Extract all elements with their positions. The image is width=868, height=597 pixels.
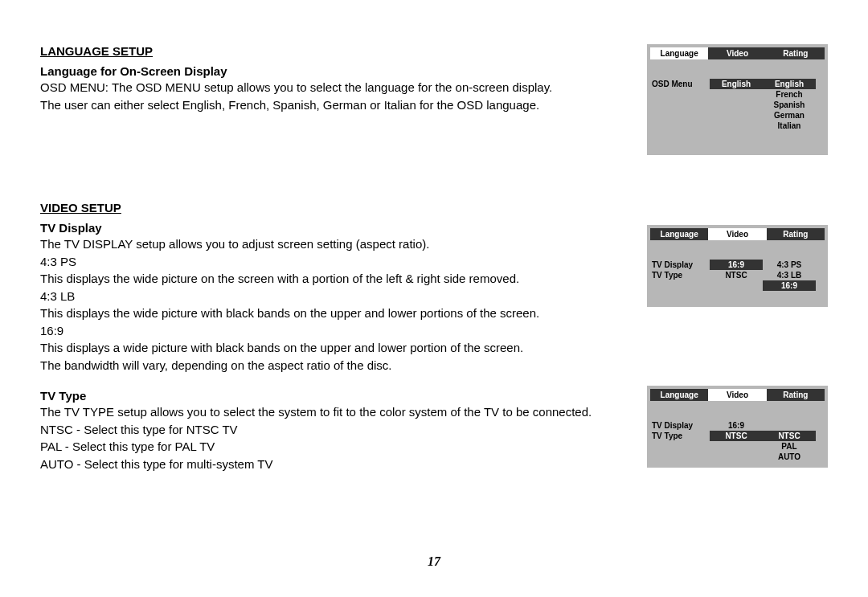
osd-tab-language[interactable]: Language xyxy=(650,228,708,240)
osd-option[interactable]: German xyxy=(763,110,816,121)
osd-option[interactable]: 4:3 PS xyxy=(763,260,816,270)
osd-option[interactable]: AUTO xyxy=(763,452,816,462)
body-text: 16:9 xyxy=(40,323,635,339)
osd-option[interactable]: 4:3 LB xyxy=(763,270,816,280)
body-text: The TV DISPLAY setup allows you to adjus… xyxy=(40,236,635,252)
subtitle-tv-type: TV Type xyxy=(40,389,635,403)
page-number: 17 xyxy=(0,554,868,569)
osd-tab-rating[interactable]: Rating xyxy=(767,47,825,59)
osd-option[interactable]: 16:9 xyxy=(763,280,816,291)
osd-option[interactable]: Italian xyxy=(763,121,816,131)
subtitle-osd-language: Language for On-Screen Display xyxy=(40,64,635,78)
subtitle-tv-display: TV Display xyxy=(40,221,635,235)
osd-item-label: TV Type xyxy=(652,431,710,441)
osd-panel-tv-display: Language Video Rating TV Display 16:9 4:… xyxy=(647,225,828,307)
body-text: OSD MENU: The OSD MENU setup allows you … xyxy=(40,80,635,96)
osd-option[interactable]: NTSC xyxy=(763,431,816,441)
body-text: 4:3 LB xyxy=(40,288,635,305)
osd-panel-tv-type: Language Video Rating TV Display 16:9 TV… xyxy=(647,386,828,468)
osd-item-label: TV Display xyxy=(652,420,710,431)
osd-panel-language: Language Video Rating OSD Menu English E… xyxy=(647,44,828,155)
osd-option[interactable]: French xyxy=(763,89,816,100)
osd-tab-rating[interactable]: Rating xyxy=(767,228,825,240)
osd-item-label: TV Display xyxy=(652,260,710,270)
body-text: 4:3 PS xyxy=(40,254,635,270)
osd-tab-video[interactable]: Video xyxy=(708,389,766,401)
osd-tab-language[interactable]: Language xyxy=(650,47,708,59)
body-text: The TV TYPE setup allows you to select t… xyxy=(40,404,635,420)
body-text: This displays a wide picture with black … xyxy=(40,340,635,356)
osd-tab-language[interactable]: Language xyxy=(650,389,708,401)
osd-tab-video[interactable]: Video xyxy=(708,228,766,240)
section-title-language-setup: LANGUAGE SETUP xyxy=(40,44,635,58)
osd-item-value[interactable]: NTSC xyxy=(710,431,763,441)
osd-option[interactable]: PAL xyxy=(763,441,816,452)
osd-item-value[interactable]: NTSC xyxy=(710,270,763,280)
osd-option[interactable]: Spanish xyxy=(763,100,816,110)
osd-tab-rating[interactable]: Rating xyxy=(767,389,825,401)
osd-item-value[interactable]: English xyxy=(710,79,763,89)
osd-item-value[interactable]: 16:9 xyxy=(710,260,763,270)
body-text: PAL - Select this type for PAL TV xyxy=(40,439,635,455)
osd-option[interactable]: English xyxy=(763,79,816,89)
body-text: AUTO - Select this type for multi-system… xyxy=(40,456,635,472)
body-text: NTSC - Select this type for NTSC TV xyxy=(40,422,635,438)
osd-tab-video[interactable]: Video xyxy=(708,47,766,59)
body-text: This displays the wide picture with blac… xyxy=(40,305,635,321)
body-text: The user can either select English, Fren… xyxy=(40,97,635,113)
body-text: The bandwidth will vary, depending on th… xyxy=(40,358,635,374)
osd-item-label: TV Type xyxy=(652,270,710,280)
section-title-video-setup: VIDEO SETUP xyxy=(40,201,635,215)
osd-item-label: OSD Menu xyxy=(652,79,710,89)
osd-item-value[interactable]: 16:9 xyxy=(710,420,763,431)
body-text: This displays the wide picture on the sc… xyxy=(40,271,635,287)
